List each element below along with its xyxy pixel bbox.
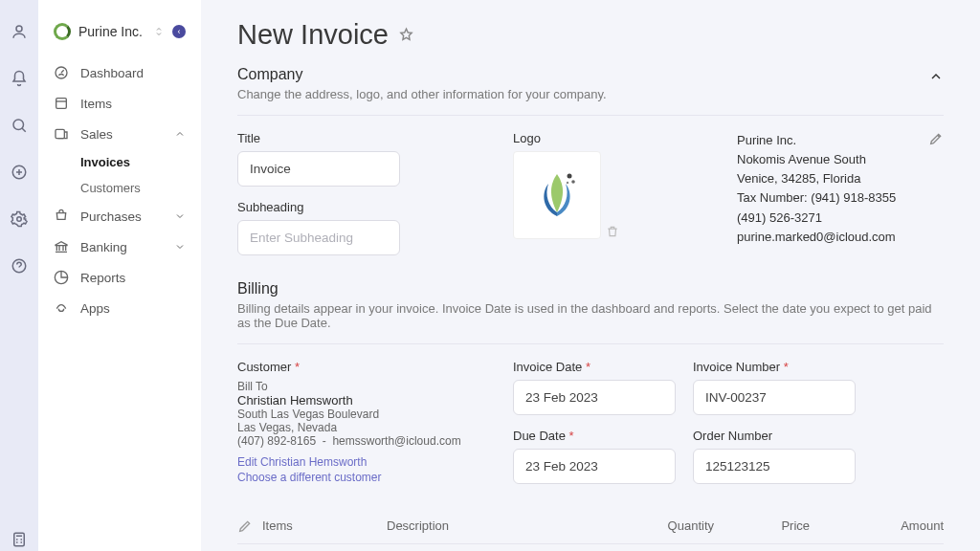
svg-point-3: [17, 217, 22, 222]
icon-rail: [0, 0, 38, 551]
divider: [237, 343, 944, 344]
items-icon: [54, 96, 69, 111]
bill-to-label: Bill To: [237, 380, 496, 393]
svg-point-9: [567, 174, 571, 179]
trash-icon[interactable]: [606, 225, 619, 238]
svg-rect-8: [56, 129, 64, 138]
col-price: Price: [714, 518, 810, 534]
nav-customers[interactable]: Customers: [38, 175, 201, 201]
billing-heading: Billing: [237, 280, 944, 298]
dashboard-icon: [54, 65, 69, 80]
company-selector[interactable]: Purine Inc. ‹: [38, 17, 201, 57]
edit-customer-link[interactable]: Edit Christian Hemsworth: [237, 455, 367, 469]
page-title: New Invoice: [237, 19, 944, 51]
chevron-updown-icon: [153, 26, 165, 37]
title-input[interactable]: [237, 151, 400, 187]
nav-invoices[interactable]: Invoices: [38, 149, 201, 175]
collapse-badge[interactable]: ‹: [172, 25, 186, 38]
pencil-icon[interactable]: [237, 518, 253, 534]
company-name: Purine Inc.: [78, 24, 145, 39]
banking-icon: [54, 239, 69, 254]
col-items: Items: [262, 518, 387, 534]
subheading-input[interactable]: [237, 220, 400, 255]
chevron-down-icon: [174, 210, 186, 222]
company-desc: Change the address, logo, and other info…: [237, 87, 944, 101]
gear-icon[interactable]: [11, 210, 28, 231]
main-content: New Invoice Company Change the address, …: [201, 0, 980, 551]
chevron-down-icon: [174, 241, 186, 253]
divider: [237, 115, 944, 116]
subheading-label: Subheading: [237, 200, 496, 214]
invoice-date-input[interactable]: [513, 380, 676, 415]
nav-apps[interactable]: Apps: [38, 293, 201, 323]
invoice-number-label: Invoice Number: [693, 360, 856, 374]
nav-sales[interactable]: Sales: [38, 119, 201, 149]
col-amount: Amount: [810, 518, 944, 534]
due-date-input[interactable]: [513, 449, 676, 484]
invoice-date-label: Invoice Date: [513, 360, 676, 374]
nav-dashboard[interactable]: Dashboard: [38, 57, 201, 88]
billing-desc: Billing details appear in your invoice. …: [237, 301, 944, 330]
plus-circle-icon[interactable]: [11, 164, 28, 184]
svg-point-11: [566, 182, 568, 184]
pencil-icon[interactable]: [928, 131, 944, 146]
nav-banking[interactable]: Banking: [38, 231, 201, 262]
sidebar: Purine Inc. ‹ Dashboard Items Sales Invo…: [38, 0, 201, 551]
company-address: Purine Inc. Nokomis Avenue South Venice,…: [737, 131, 944, 255]
items-table-header: Items Description Quantity Price Amount: [237, 509, 944, 544]
order-number-input[interactable]: [693, 449, 856, 484]
company-heading: Company: [237, 66, 302, 83]
customer-label: Customer: [237, 360, 496, 374]
company-logo-icon: [54, 23, 71, 40]
nav-reports[interactable]: Reports: [38, 262, 201, 293]
logo-label: Logo: [513, 131, 720, 145]
svg-point-10: [571, 180, 575, 184]
order-number-label: Order Number: [693, 429, 856, 443]
sales-icon: [54, 126, 69, 142]
choose-customer-link[interactable]: Choose a different customer: [237, 471, 382, 484]
calculator-icon[interactable]: [11, 531, 28, 551]
bell-icon[interactable]: [11, 70, 28, 90]
customer-name: Christian Hemsworth: [237, 393, 496, 408]
company-logo-image: [531, 166, 584, 224]
col-description: Description: [387, 518, 628, 534]
svg-rect-5: [14, 533, 25, 546]
star-icon[interactable]: [398, 27, 414, 43]
chevron-up-icon: [174, 128, 186, 140]
help-icon[interactable]: [11, 257, 28, 277]
svg-point-1: [13, 120, 24, 130]
nav-purchases[interactable]: Purchases: [38, 201, 201, 231]
invoice-number-input[interactable]: [693, 380, 856, 415]
chevron-up-icon[interactable]: [928, 69, 944, 84]
due-date-label: Due Date: [513, 429, 676, 443]
purchases-icon: [54, 209, 69, 224]
apps-icon: [54, 300, 69, 316]
add-item-button[interactable]: ＋ Add an Item: [237, 544, 944, 551]
title-label: Title: [237, 131, 496, 145]
svg-rect-7: [56, 99, 67, 109]
logo-preview[interactable]: [513, 151, 601, 239]
reports-icon: [54, 270, 69, 285]
user-icon[interactable]: [11, 23, 28, 43]
svg-point-0: [16, 26, 22, 32]
nav-items[interactable]: Items: [38, 88, 201, 119]
col-quantity: Quantity: [628, 518, 714, 534]
search-icon[interactable]: [11, 117, 28, 137]
